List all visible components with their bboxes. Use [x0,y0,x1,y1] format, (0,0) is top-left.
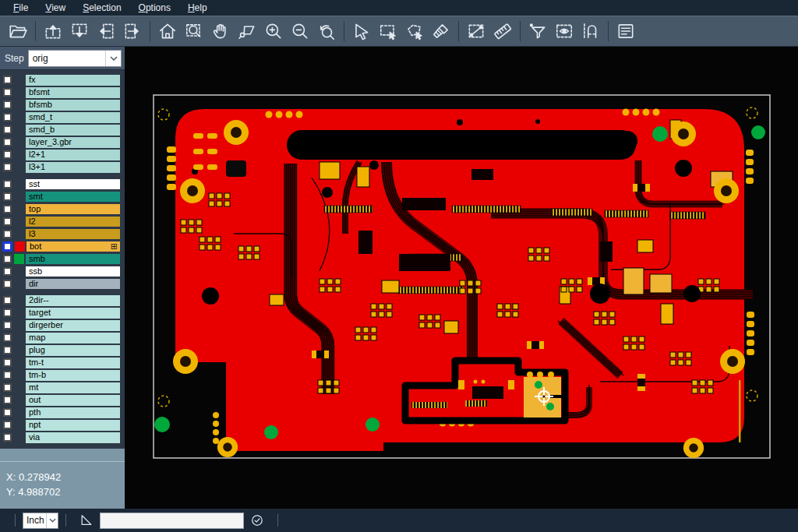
layer-row[interactable]: pth [0,407,125,419]
layer-checkbox[interactable] [3,76,12,84]
layer-label[interactable]: mt [26,382,120,393]
apply-refresh-icon[interactable] [247,511,267,530]
layer-row[interactable]: out [0,394,125,407]
layer-label[interactable]: smt [26,192,120,203]
layer-checkbox[interactable] [3,296,12,305]
layer-label[interactable]: tm-t [26,358,120,368]
layer-row[interactable]: top [0,203,125,216]
layer-label[interactable]: tm-b [26,370,120,381]
layer-row[interactable]: smt [0,191,125,203]
layer-checkbox[interactable] [3,358,12,367]
layer-row[interactable]: l2 [0,216,125,228]
layer-label[interactable]: l3 [26,229,120,240]
shift-down-button[interactable] [66,19,93,44]
layer-checkbox[interactable] [3,163,12,171]
layer-row[interactable]: dirgerber [0,319,125,332]
zoom-in-button[interactable] [260,19,287,44]
measure-diagonal-button[interactable] [463,19,489,44]
step-dropdown[interactable]: orig [28,50,122,67]
snap-button[interactable] [577,19,604,44]
layer-checkbox[interactable] [3,346,12,354]
open-file-button[interactable] [5,19,31,44]
layer-label[interactable]: smd_t [26,112,120,123]
layers-panel-button[interactable] [613,19,639,44]
highlight-view-button[interactable] [551,19,577,44]
layer-checkbox[interactable] [3,180,12,188]
layer-row[interactable]: smd_b [0,124,125,136]
layer-label[interactable]: map [26,333,120,344]
layer-checkbox[interactable] [3,396,12,404]
layer-label[interactable]: npt [26,420,120,431]
layer-row[interactable]: bfsmt [0,86,125,99]
layer-label[interactable]: l2 [26,217,120,227]
menu-view[interactable]: View [37,0,74,16]
layer-checkbox[interactable] [3,125,12,134]
layer-checkbox[interactable] [3,205,12,213]
menu-file[interactable]: File [5,0,37,16]
layer-label[interactable]: plug [26,345,120,356]
layer-label[interactable]: out [26,395,120,406]
layer-checkbox[interactable] [3,88,12,97]
layer-row[interactable]: 2dir-- [0,294,125,307]
layer-row[interactable]: via [0,432,125,444]
layer-row[interactable]: map [0,332,125,344]
layer-checkbox[interactable] [3,408,12,417]
layer-row[interactable]: tm-b [0,369,125,382]
ruler-button[interactable] [489,19,516,44]
shift-right-button[interactable] [119,19,146,44]
home-view-button[interactable] [154,19,181,44]
layer-label[interactable]: l3+1 [26,162,120,173]
layer-row[interactable]: tm-t [0,357,125,369]
layer-checkbox-selected[interactable] [2,241,12,252]
layer-label[interactable]: dir [26,279,120,290]
zoom-previous-button[interactable] [313,19,340,44]
layer-checkbox[interactable] [3,333,12,342]
layer-row[interactable]: dir [0,278,125,291]
layer-checkbox[interactable] [3,433,12,442]
layer-row[interactable]: ssb [0,266,125,278]
layer-label[interactable]: bfsmb [26,100,120,111]
menu-options[interactable]: Options [130,0,179,16]
layer-checkbox[interactable] [3,308,12,317]
filter-button[interactable] [524,19,551,44]
layer-label[interactable]: sst [26,179,120,190]
layer-checkbox[interactable] [3,113,12,122]
layer-row[interactable]: npt [0,419,125,432]
layer-label[interactable]: layer_3.gbr [26,137,120,148]
layer-label[interactable]: l2+1 [26,150,120,160]
layer-row[interactable]: l3+1 [0,161,125,174]
layer-checkbox[interactable] [3,217,12,226]
layer-checkbox[interactable] [3,371,12,379]
layer-label[interactable]: top [26,204,120,215]
layer-label[interactable]: pth [26,407,120,418]
select-polygon-button[interactable] [401,19,428,44]
menu-help[interactable]: Help [179,0,216,16]
shift-up-button[interactable] [40,19,66,44]
pan-button[interactable] [207,19,234,44]
layer-row[interactable]: plug [0,344,125,357]
layer-label[interactable]: ssb [26,266,120,277]
layer-label[interactable]: target [26,308,120,319]
menu-selection[interactable]: Selection [74,0,129,16]
select-button[interactable] [348,19,375,44]
select-rectangle-button[interactable] [375,19,401,44]
layer-label[interactable]: bfsmt [26,87,120,98]
layer-row[interactable]: target [0,307,125,319]
zoom-selection-button[interactable] [234,19,260,44]
zoom-out-button[interactable] [287,19,313,44]
layer-row[interactable]: l2+1 [0,149,125,161]
layer-row[interactable]: layer_3.gbr [0,136,125,149]
layer-row-bot-selected[interactable]: bot⊞ [0,241,125,253]
clear-brush-button[interactable] [428,19,454,44]
zoom-window-button[interactable] [181,19,207,44]
layer-checkbox[interactable] [3,138,12,146]
layer-label[interactable]: smb [26,254,120,265]
layer-checkbox[interactable] [3,100,12,109]
layer-row[interactable]: fx [0,74,125,86]
layer-checkbox[interactable] [3,267,12,276]
layer-label[interactable]: smd_b [26,125,120,136]
layer-label[interactable]: 2dir-- [26,295,120,306]
unit-dropdown[interactable]: Inch [23,513,58,529]
layer-checkbox[interactable] [3,192,12,201]
layer-checkbox[interactable] [3,421,12,429]
